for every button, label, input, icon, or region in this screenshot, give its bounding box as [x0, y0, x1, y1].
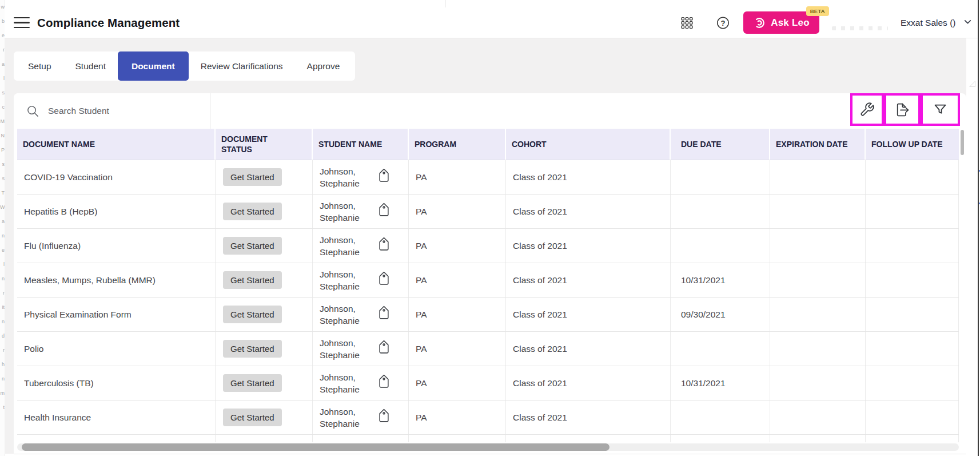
cohort-cell: Class of 2021	[506, 366, 671, 400]
student-name-cell: Johnson, Stephanie	[313, 401, 409, 434]
resize-handle-artifact	[969, 81, 975, 87]
tag-icon[interactable]	[377, 307, 391, 322]
ask-leo-button[interactable]: Ask Leo BETA	[743, 11, 819, 34]
program-cell	[409, 435, 506, 442]
student-name: Johnson, Stephanie	[320, 371, 370, 395]
funnel-icon[interactable]	[923, 96, 958, 124]
due-date-cell	[671, 229, 770, 263]
due-date-cell: 10/31/2021	[671, 263, 770, 297]
tag-icon[interactable]	[377, 204, 391, 219]
cohort-cell	[506, 435, 671, 442]
student-name: Johnson, Stephanie	[320, 406, 370, 430]
document-name-cell: COVID-19 Vaccination	[17, 160, 216, 194]
column-header-document-name: DOCUMENT NAME	[17, 129, 216, 160]
document-name-cell: Hepatitis B (HepB)	[17, 195, 216, 228]
document-status-cell: Get Started	[216, 263, 313, 297]
document-name: COVID-19 Vaccination	[24, 172, 113, 183]
tab-review-clarifications[interactable]: Review Clarifications	[189, 51, 295, 81]
due-date-cell	[671, 401, 770, 434]
cohort-cell: Class of 2021	[506, 298, 671, 331]
program-cell: PA	[409, 263, 506, 297]
get-started-button[interactable]: Get Started	[223, 409, 282, 426]
svg-text:?: ?	[721, 18, 726, 27]
student-name: Johnson, Stephanie	[320, 303, 370, 327]
document-name-cell: Tuberculosis (TB)	[17, 366, 216, 400]
student-name-cell: Johnson, Stephanie	[313, 160, 409, 194]
get-started-button[interactable]: Get Started	[223, 237, 282, 255]
search-box	[14, 93, 210, 129]
tag-icon[interactable]	[377, 410, 391, 425]
due-date-cell	[671, 435, 770, 442]
tab-setup[interactable]: Setup	[16, 51, 63, 81]
hamburger-menu-icon[interactable]	[14, 17, 30, 29]
student-name-cell: Johnson, Stephanie	[313, 298, 409, 331]
tag-icon[interactable]	[377, 376, 391, 390]
tag-icon[interactable]	[377, 170, 391, 184]
student-name: Johnson, Stephanie	[320, 200, 370, 224]
tab-document[interactable]: Document	[118, 51, 189, 81]
get-started-button[interactable]: Get Started	[223, 271, 282, 289]
document-name: Polio	[24, 344, 43, 354]
column-header-cohort: COHORT	[506, 129, 671, 160]
column-header-student-name: STUDENT NAME	[313, 129, 409, 160]
table-row: Hepatitis B (HepB) Get Started Johnson, …	[17, 195, 959, 229]
document-export-icon[interactable]	[886, 96, 918, 124]
program-cell: PA	[409, 160, 506, 194]
follow-up-date-cell	[866, 160, 959, 194]
document-name: Hepatitis B (HepB)	[24, 207, 97, 217]
user-account-label[interactable]: Exxat Sales ()	[901, 18, 955, 28]
tab-student[interactable]: Student	[63, 51, 118, 81]
table-row: Measles, Mumps, Rubella (MMR) Get Starte…	[17, 263, 959, 298]
get-started-button[interactable]: Get Started	[223, 168, 282, 186]
ask-leo-logo-icon	[753, 17, 766, 29]
cohort-cell: Class of 2021	[506, 160, 671, 194]
document-name-cell	[17, 435, 216, 442]
ask-leo-label: Ask Leo	[771, 17, 810, 29]
document-name-cell: Health Insurance	[17, 401, 216, 434]
program-cell: PA	[409, 298, 506, 331]
wrench-icon[interactable]	[852, 96, 882, 124]
help-icon[interactable]: ?	[716, 15, 730, 30]
due-date-cell	[671, 332, 770, 366]
follow-up-date-cell	[866, 195, 959, 228]
program-cell: PA	[409, 229, 506, 263]
tag-icon[interactable]	[377, 239, 391, 253]
chevron-down-icon[interactable]	[963, 17, 973, 29]
expiration-date-cell	[770, 401, 866, 434]
tab-bar: Setup Student Document Review Clarificat…	[14, 51, 355, 81]
follow-up-date-cell	[866, 298, 959, 331]
due-date-cell	[671, 160, 770, 194]
background-window-edge-right	[978, 0, 979, 456]
horizontal-scrollbar[interactable]	[17, 443, 959, 451]
due-date-cell: 09/30/2021	[671, 298, 770, 331]
tab-approve[interactable]: Approve	[295, 51, 352, 81]
document-status-cell	[216, 435, 313, 442]
document-status-cell: Get Started	[216, 160, 313, 194]
table-row	[17, 435, 959, 442]
column-header-expiration-date: EXPIRATION DATE	[770, 129, 866, 160]
table-body: COVID-19 Vaccination Get Started Johnson…	[17, 160, 959, 442]
cohort-cell: Class of 2021	[506, 263, 671, 297]
get-started-button[interactable]: Get Started	[223, 340, 282, 358]
get-started-button[interactable]: Get Started	[223, 374, 282, 392]
get-started-button[interactable]: Get Started	[223, 306, 282, 323]
document-name-cell: Polio	[17, 332, 216, 366]
document-status-cell: Get Started	[216, 298, 313, 331]
horizontal-scrollbar-thumb[interactable]	[22, 443, 609, 451]
get-started-button[interactable]: Get Started	[223, 203, 282, 220]
follow-up-date-cell	[866, 263, 959, 297]
follow-up-date-cell	[866, 332, 959, 366]
table-row: Physical Examination Form Get Started Jo…	[17, 298, 959, 332]
vertical-scrollbar-thumb[interactable]	[961, 130, 964, 155]
student-name: Johnson, Stephanie	[320, 268, 370, 292]
expiration-date-cell	[770, 263, 866, 297]
tag-icon[interactable]	[377, 273, 391, 287]
search-icon	[26, 105, 39, 118]
student-name-cell: Johnson, Stephanie	[313, 263, 409, 297]
search-input[interactable]	[47, 105, 186, 117]
apps-grid-icon[interactable]	[680, 16, 694, 29]
beta-badge: BETA	[806, 6, 829, 16]
table-row: Health Insurance Get Started Johnson, St…	[17, 401, 959, 435]
tag-icon[interactable]	[377, 342, 391, 356]
expiration-date-cell	[770, 366, 866, 400]
